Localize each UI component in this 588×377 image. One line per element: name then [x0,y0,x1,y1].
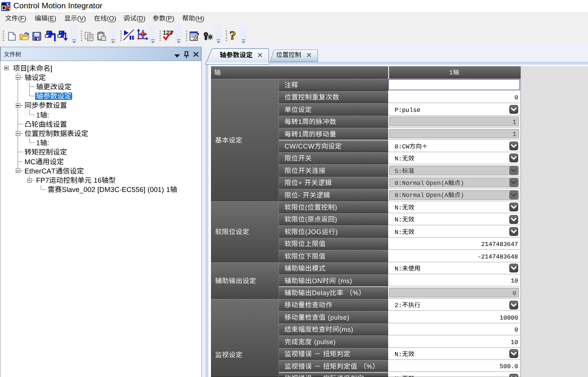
svg-text:?: ? [229,29,236,43]
